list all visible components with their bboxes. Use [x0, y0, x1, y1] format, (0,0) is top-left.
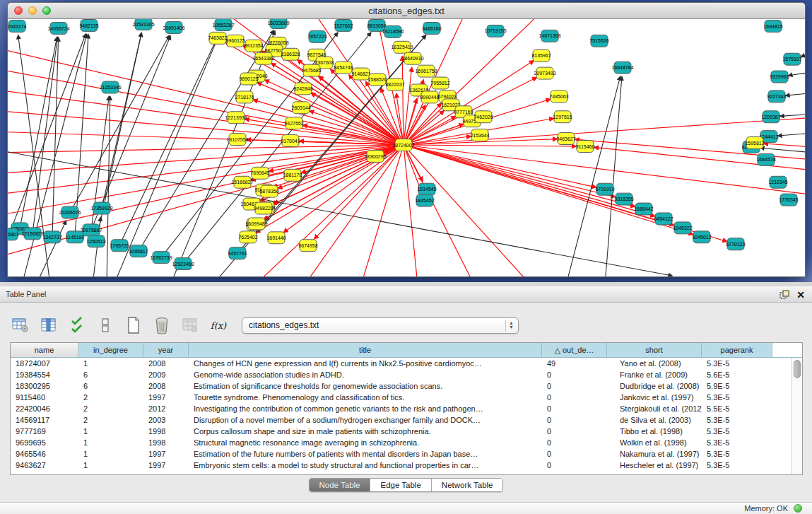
- graph-node[interactable]: 2043174: [8, 20, 27, 32]
- graph-edge[interactable]: [404, 145, 693, 234]
- graph-node[interactable]: 7485063: [549, 90, 568, 103]
- graph-node[interactable]: 1342737: [42, 231, 61, 243]
- graph-node[interactable]: 1095817: [129, 245, 148, 257]
- graph-node[interactable]: 3915801: [8, 228, 19, 240]
- graph-node[interactable]: 17359928: [90, 202, 112, 214]
- graph-node[interactable]: 9890125: [239, 73, 258, 85]
- graph-node[interactable]: 8822037: [385, 78, 404, 90]
- graph-node[interactable]: 7857224: [307, 30, 326, 42]
- close-panel-icon[interactable]: ✕: [796, 290, 805, 300]
- graph-node[interactable]: 7463822: [208, 32, 227, 44]
- graph-node[interactable]: 16543382: [252, 52, 274, 64]
- graph-node[interactable]: 6466160: [422, 22, 441, 34]
- graph-node[interactable]: 9482135: [79, 19, 98, 31]
- graph-node[interactable]: 20206576: [59, 206, 81, 218]
- graph-edge[interactable]: [8, 69, 404, 145]
- graph-node[interactable]: 5878350: [259, 185, 278, 197]
- table-selector-dropdown[interactable]: citations_edges.txt ▲▼: [242, 317, 519, 334]
- column-header-year[interactable]: year: [143, 343, 189, 357]
- graph-node[interactable]: 1861178: [283, 169, 302, 181]
- graph-edge[interactable]: [8, 145, 404, 195]
- row-height-icon[interactable]: [96, 316, 114, 334]
- graph-node[interactable]: 1145190: [66, 231, 85, 243]
- network-canvas[interactable]: 2043174140557249482135205313052069140610…: [8, 19, 805, 276]
- graph-node[interactable]: 9227343: [767, 90, 786, 103]
- graph-node[interactable]: 16648784: [611, 62, 633, 74]
- graph-node[interactable]: 16099489: [245, 218, 267, 230]
- graph-node[interactable]: 2803144: [291, 102, 310, 114]
- graph-node[interactable]: 9454122: [654, 213, 673, 225]
- graph-node[interactable]: 12923468: [172, 258, 194, 270]
- graph-node[interactable]: 14671368: [539, 30, 560, 42]
- graph-node[interactable]: 2718176: [235, 91, 254, 103]
- graph-node[interactable]: 20691406: [163, 21, 184, 33]
- graph-node[interactable]: 18724007: [392, 139, 414, 151]
- column-header-name[interactable]: name: [11, 343, 78, 357]
- graph-node[interactable]: 1209387: [761, 111, 780, 123]
- show-columns-icon[interactable]: [40, 316, 58, 334]
- graph-edge[interactable]: [760, 148, 805, 153]
- tab-network-table[interactable]: Network Table: [432, 479, 503, 491]
- network-view-window[interactable]: citations_edges.txt 20431741405572494821…: [7, 2, 806, 277]
- graph-node[interactable]: 18640910: [401, 52, 423, 64]
- graph-node[interactable]: 2153644: [470, 129, 489, 141]
- graph-edge[interactable]: [402, 57, 404, 145]
- table-row[interactable]: 1830029562008Estimation of significance …: [11, 380, 792, 392]
- graph-node[interactable]: 9463627: [556, 133, 575, 145]
- graph-node[interactable]: 18300295: [364, 150, 386, 162]
- graph-edge[interactable]: [786, 93, 805, 95]
- graph-edge[interactable]: [778, 133, 805, 136]
- graph-node[interactable]: 1691440: [266, 232, 286, 244]
- table-row[interactable]: 1872400712008Changes of HCN gene express…: [11, 358, 792, 369]
- graph-node[interactable]: 7515526: [589, 35, 608, 47]
- column-header-out_de[interactable]: △ out_de…: [542, 343, 607, 357]
- graph-edge[interactable]: [566, 76, 620, 276]
- graph-node[interactable]: 8990448: [420, 91, 439, 103]
- graph-node[interactable]: 1845452: [415, 194, 434, 206]
- graph-node[interactable]: 7690645: [250, 167, 269, 179]
- column-header-in_degree[interactable]: in_degree: [78, 343, 143, 357]
- graph-edge[interactable]: [764, 144, 805, 147]
- new-table-icon[interactable]: [124, 316, 143, 334]
- graph-node[interactable]: 9475685: [302, 64, 321, 76]
- graph-node[interactable]: 1575107: [782, 53, 801, 65]
- graph-edge[interactable]: [170, 31, 275, 276]
- graph-edge[interactable]: [789, 72, 805, 76]
- table-scrollbar[interactable]: [792, 358, 802, 474]
- graph-edge[interactable]: [404, 145, 654, 216]
- graph-node[interactable]: 8454749: [334, 62, 353, 74]
- window-titlebar[interactable]: citations_edges.txt: [8, 3, 805, 19]
- column-header-title[interactable]: title: [189, 343, 542, 357]
- graph-node[interactable]: 21053346: [99, 81, 121, 93]
- graph-node[interactable]: 19218596: [382, 25, 404, 37]
- graph-edge[interactable]: [780, 114, 805, 116]
- column-header-short[interactable]: short: [607, 343, 702, 357]
- table-body[interactable]: 1872400712008Changes of HCN gene express…: [11, 358, 792, 474]
- column-header-pagerank[interactable]: pagerank: [702, 343, 772, 357]
- function-builder-icon[interactable]: f(x): [209, 316, 228, 334]
- graph-node[interactable]: 1045322: [673, 222, 692, 234]
- graph-node[interactable]: 9245012: [692, 231, 711, 243]
- graph-edge[interactable]: [801, 53, 805, 57]
- graph-node[interactable]: 6791919: [595, 183, 614, 195]
- graph-node[interactable]: 10553287: [212, 19, 234, 30]
- select-all-icon[interactable]: [68, 316, 86, 334]
- graph-node[interactable]: 7625402: [238, 231, 257, 243]
- graph-node[interactable]: 1588520: [367, 74, 387, 86]
- graph-node[interactable]: 18107554: [226, 134, 248, 146]
- graph-node[interactable]: 8186328: [281, 48, 300, 60]
- graph-edge[interactable]: [404, 145, 576, 146]
- graph-node[interactable]: 20973493: [534, 67, 555, 79]
- graph-node[interactable]: 16033809: [267, 19, 289, 28]
- float-panel-icon[interactable]: [779, 290, 790, 300]
- graph-node[interactable]: 8912354: [244, 40, 263, 52]
- network-graph[interactable]: 2043174140557249482135205313052069140610…: [8, 19, 805, 276]
- graph-edge[interactable]: [33, 37, 57, 234]
- table-row[interactable]: 946362711997Embryonic stem cells: a mode…: [11, 460, 792, 471]
- graph-node[interactable]: 9960125: [225, 35, 245, 47]
- graph-node[interactable]: 12213938: [225, 112, 247, 124]
- graph-node[interactable]: 9115460: [576, 141, 595, 153]
- graph-node[interactable]: 16961758: [415, 65, 437, 77]
- graph-node[interactable]: 7955812: [430, 77, 449, 89]
- graph-node[interactable]: 16782739: [150, 252, 172, 264]
